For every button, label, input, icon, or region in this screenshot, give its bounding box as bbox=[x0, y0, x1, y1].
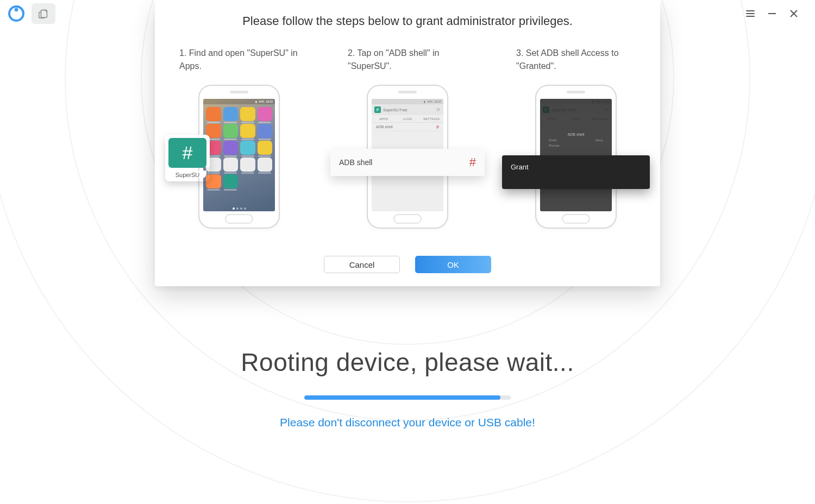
app-icon bbox=[258, 141, 273, 155]
step-2-text: 2. Tap on "ADB shell" in "SuperSU". bbox=[348, 47, 467, 74]
clipboard-button[interactable] bbox=[32, 3, 55, 24]
phone-2-statusbar: ▮64%18:02 bbox=[372, 99, 443, 104]
phone-1-screen: ▮64%18:02 bbox=[203, 99, 275, 211]
app-icon bbox=[240, 124, 255, 138]
app-icon bbox=[258, 124, 273, 138]
phone-mockup-1: ▮64%18:02 bbox=[198, 85, 280, 229]
phone-2-tabs: APPS LOGS SETTINGS bbox=[372, 115, 443, 123]
minimize-icon[interactable] bbox=[766, 8, 778, 20]
modal-buttons: Cancel OK bbox=[155, 242, 660, 273]
step-3: 3. Set ADB shell Access to "Granted". ▮6… bbox=[516, 47, 636, 229]
app-icon bbox=[240, 141, 255, 155]
supersu-hash-icon: # bbox=[168, 138, 206, 168]
cancel-button[interactable]: Cancel bbox=[324, 256, 400, 273]
app-icon bbox=[240, 158, 255, 172]
close-icon[interactable] bbox=[788, 8, 800, 20]
progress-bar bbox=[304, 395, 511, 400]
grant-card: Grant bbox=[502, 155, 650, 189]
app-icon bbox=[258, 107, 273, 121]
phone-2-row: ADB shell # bbox=[372, 123, 443, 131]
phone-3-overlay-list: ADB shell Grant Deny Prompt bbox=[546, 130, 606, 148]
status-warning: Please don't disconnect your device or U… bbox=[280, 416, 535, 429]
titlebar bbox=[0, 0, 815, 27]
ok-button[interactable]: OK bbox=[415, 256, 491, 273]
app-icon-supersu bbox=[223, 174, 239, 188]
status-title: Rooting device, please wait... bbox=[241, 348, 574, 377]
phone-2-app-header: # SuperSU Free ⟳ bbox=[372, 104, 443, 115]
supersu-label: SuperSU bbox=[168, 171, 206, 178]
app-icon bbox=[223, 158, 239, 172]
app-logo-icon bbox=[5, 3, 27, 24]
step-1-text: 1. Find and open "SuperSU" in Apps. bbox=[179, 47, 299, 74]
refresh-icon: ⟳ bbox=[436, 107, 441, 112]
step-2: 2. Tap on "ADB shell" in "SuperSU". ▮64%… bbox=[348, 47, 467, 229]
grant-label: Grant bbox=[511, 163, 529, 171]
hash-icon: # bbox=[374, 106, 381, 113]
supersu-callout: # SuperSU bbox=[165, 135, 210, 181]
privileges-modal: Please follow the steps below to grant a… bbox=[155, 0, 660, 286]
step-3-text: 3. Set ADB shell Access to "Granted". bbox=[516, 47, 636, 74]
app-icon bbox=[206, 107, 221, 121]
app-icon bbox=[240, 107, 255, 121]
adb-shell-label: ADB shell bbox=[339, 158, 372, 167]
app-icon bbox=[258, 158, 273, 172]
app-icon bbox=[223, 124, 239, 138]
hash-icon: # bbox=[469, 155, 476, 169]
progress-fill bbox=[304, 395, 500, 400]
app-icon bbox=[223, 141, 239, 155]
step-1: 1. Find and open "SuperSU" in Apps. ▮64%… bbox=[179, 47, 299, 229]
svg-point-6 bbox=[15, 8, 18, 12]
phone-1-statusbar: ▮64%18:02 bbox=[203, 99, 275, 104]
menu-icon[interactable] bbox=[744, 8, 756, 20]
app-icon bbox=[223, 107, 239, 121]
status-area: Rooting device, please wait... Please do… bbox=[0, 348, 815, 429]
adb-shell-card: ADB shell # bbox=[330, 149, 485, 176]
